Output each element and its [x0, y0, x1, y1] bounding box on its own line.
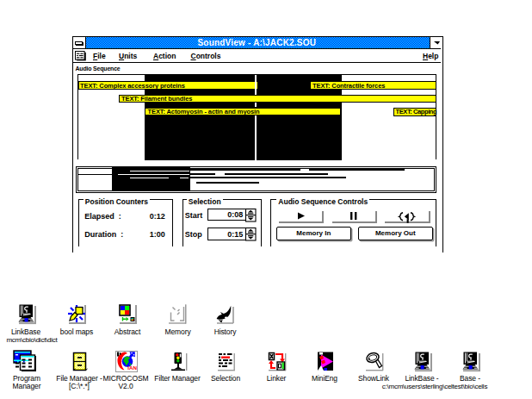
svg-text:IAN: IAN: [127, 365, 137, 371]
